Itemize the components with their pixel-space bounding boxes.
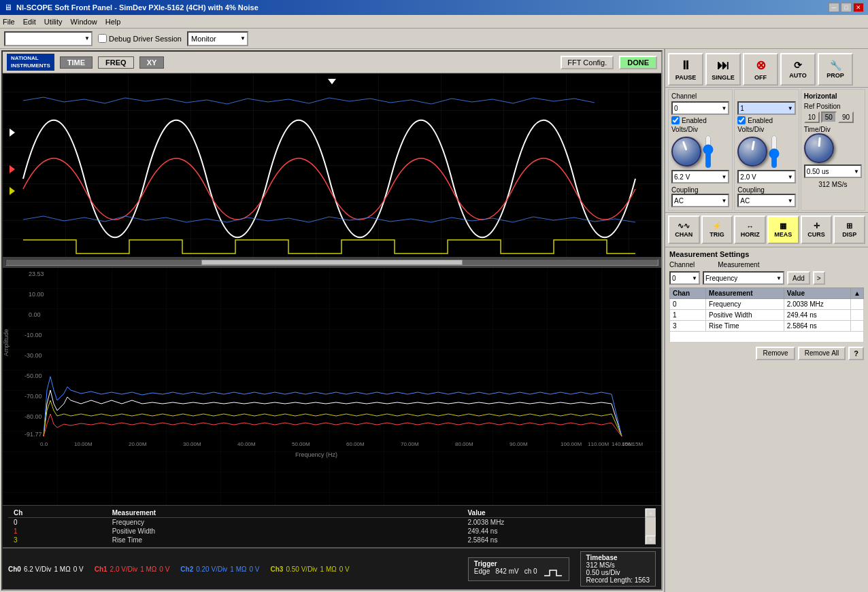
scrollbar[interactable] [3, 257, 661, 268]
ref-pos-label: Ref Position [804, 103, 862, 110]
session-dropdown[interactable] [4, 31, 93, 46]
minimize-button[interactable]: ─ [829, 3, 839, 12]
ch1-knob-indicator [752, 141, 755, 150]
trig-nav-label: TRIG [710, 231, 724, 238]
done-button[interactable]: DONE [619, 56, 657, 69]
ref-10-button[interactable]: 10 [804, 111, 820, 123]
remove-button[interactable]: Remove [756, 347, 795, 360]
ch0-dropdown[interactable]: 0 ▼ [671, 101, 729, 115]
time-knob-area [804, 133, 862, 163]
meas-chan-dropdown[interactable]: 0 ▼ [669, 271, 700, 285]
ch0-volts-dropdown[interactable]: 6.2 V ▼ [671, 170, 729, 184]
single-button[interactable]: ⏭ SINGLE [705, 53, 741, 86]
auto-button[interactable]: ⟳ AUTO [780, 53, 816, 86]
meas-nav-label: MEAS [774, 231, 792, 238]
col-measurement: Measurement [85, 508, 463, 518]
help-button[interactable]: ? [848, 347, 864, 360]
table-row-empty [670, 332, 864, 343]
horiz-nav-icon: ↔ [746, 222, 754, 230]
ref-50-button[interactable]: 50 [821, 111, 837, 123]
ni-logo: NATIONAL INSTRUMENTS [7, 54, 54, 71]
trigger-waveform-icon [543, 568, 563, 578]
meas-ch-2: 3 [8, 536, 85, 544]
svg-text:110.00M: 110.00M [588, 441, 609, 447]
curs-nav-label: CURS [807, 231, 825, 238]
svg-text:Frequency (Hz): Frequency (Hz) [295, 451, 337, 458]
trigger-level: 842 mV [495, 568, 518, 578]
arrow-button[interactable]: > [813, 271, 825, 285]
measurement-results-table: Chan Measurement Value ▲ 0 Frequency 2.0… [669, 288, 864, 343]
maximize-button[interactable]: □ [841, 3, 852, 12]
prop-button[interactable]: 🔧 PROP [818, 53, 853, 86]
ch0-knob[interactable] [671, 137, 701, 167]
trigger-box: Trigger Edge 842 mV ch 0 [468, 557, 569, 581]
svg-text:Amplitude: Amplitude [3, 329, 10, 356]
menu-edit[interactable]: Edit [23, 18, 36, 26]
ch1-enabled-checkbox[interactable] [737, 116, 746, 124]
ni-header: NATIONAL INSTRUMENTS TIME FREQ XY FFT Co… [3, 52, 661, 73]
table-cell-meas-1: Positive Width [706, 310, 784, 321]
close-button[interactable]: ✕ [853, 3, 864, 12]
ch0-dropdown-arrow: ▼ [721, 105, 727, 111]
scroll-down[interactable]: ▼ [646, 536, 656, 544]
meas-nav-button[interactable]: ▦ MEAS [767, 215, 799, 244]
add-measurement-button[interactable]: Add [787, 271, 810, 285]
ch1-dropdown[interactable]: 1 ▼ [737, 101, 795, 115]
svg-text:90.00M: 90.00M [510, 441, 528, 447]
ch0-imp: 1 MΩ [54, 565, 70, 573]
svg-text:70.00M: 70.00M [401, 441, 419, 447]
title-bar: 🖥 NI-SCOPE Soft Front Panel - SimDev PXI… [0, 0, 868, 15]
fft-config-button[interactable]: FFT Config. [561, 56, 614, 69]
svg-text:23.53: 23.53 [29, 271, 44, 277]
off-button[interactable]: ⊗ OFF [743, 53, 778, 86]
ch1-knob[interactable] [737, 137, 767, 167]
svg-text:0.00: 0.00 [29, 311, 41, 318]
ch1-volts-dropdown[interactable]: 2.0 V ▼ [737, 170, 795, 184]
status-scrollbar[interactable]: ▲ ▼ [645, 508, 656, 544]
tab-time[interactable]: TIME [60, 56, 93, 69]
ch0-enabled-checkbox[interactable] [671, 116, 680, 124]
meas-name-0: Frequency [85, 518, 463, 527]
meas-type-dropdown[interactable]: Frequency ▼ [703, 271, 784, 285]
ch1-slider[interactable] [769, 135, 780, 169]
right-panel: ⏸ PAUSE ⏭ SINGLE ⊗ OFF ⟳ AUTO 🔧 PROP [664, 49, 868, 592]
ref-90-button[interactable]: 90 [838, 111, 854, 123]
tab-xy[interactable]: XY [139, 56, 165, 69]
ch0-coupling-dropdown[interactable]: AC ▼ [671, 194, 729, 207]
ch2-label: Ch2 [180, 565, 193, 573]
chan-nav-button[interactable]: ∿∿ CHAN [668, 215, 700, 244]
scrollbar-track[interactable] [5, 259, 658, 266]
ch1-vdiv: 2.0 V/Div [110, 565, 138, 573]
curs-nav-button[interactable]: ✛ CURS [801, 215, 833, 244]
menu-help[interactable]: Help [105, 18, 121, 26]
table-cell-extra-1 [851, 310, 864, 321]
ch1-coupling-dropdown[interactable]: AC ▼ [737, 194, 795, 207]
menu-utility[interactable]: Utility [44, 18, 63, 26]
pause-button[interactable]: ⏸ PAUSE [668, 53, 703, 86]
ch0-slider[interactable] [703, 135, 714, 169]
menu-file[interactable]: File [3, 18, 15, 26]
table-cell-val-1: 249.44 ns [784, 310, 850, 321]
scrollbar-thumb[interactable] [201, 260, 462, 265]
scroll-up[interactable]: ▲ [646, 508, 656, 517]
menu-window[interactable]: Window [71, 18, 97, 26]
disp-nav-button[interactable]: ⊞ DISP [833, 215, 865, 244]
debug-checkbox[interactable] [98, 34, 107, 43]
ch0-knob-indicator [682, 141, 688, 150]
horiz-nav-button[interactable]: ↔ HORIZ [734, 215, 766, 244]
auto-icon: ⟳ [794, 60, 802, 71]
chan-nav-icon: ∿∿ [678, 222, 690, 230]
table-cell-chan-1: 1 [670, 310, 706, 321]
time-div-dropdown[interactable]: 0.50 us ▼ [804, 164, 862, 178]
monitor-dropdown[interactable]: Monitor [187, 31, 248, 46]
remove-all-button[interactable]: Remove All [798, 347, 846, 360]
measurement-settings-panel: Measurement Settings Channel Measurement… [665, 247, 868, 592]
svg-text:20.00M: 20.00M [129, 441, 147, 447]
ch1-control: 1 ▼ Enabled Volts/Div 2.0 V ▼ [734, 89, 799, 211]
time-knob[interactable] [804, 133, 834, 163]
window-title: NI-SCOPE Soft Front Panel - SimDev PXIe-… [16, 3, 258, 12]
tab-freq[interactable]: FREQ [98, 56, 134, 69]
trig-nav-button[interactable]: ⚡ TRIG [701, 215, 733, 244]
svg-text:-80.00: -80.00 [24, 413, 42, 420]
svg-text:-10.00: -10.00 [24, 332, 42, 338]
